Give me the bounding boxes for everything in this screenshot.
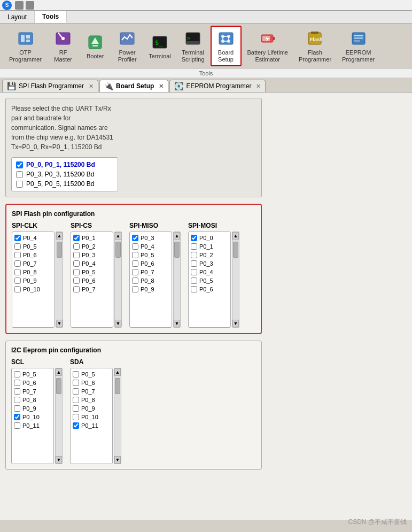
i2c-sda-pin-0[interactable]: P0_5 <box>72 370 111 379</box>
spi-miso-cb-1[interactable] <box>132 243 138 250</box>
i2c-scl-scroll-up[interactable]: ▲ <box>56 368 62 376</box>
tab-spi-flash[interactable]: 💾 SPI Flash Programmer ✕ <box>2 80 98 92</box>
spi-clk-pin-1[interactable]: P0_5 <box>14 242 52 251</box>
i2c-sda-cb-5[interactable] <box>73 414 79 420</box>
spi-miso-pin-5[interactable]: P0_8 <box>131 276 170 285</box>
spi-mosi-cb-5[interactable] <box>191 277 197 284</box>
menu-tab-tools[interactable]: Tools <box>35 11 67 23</box>
i2c-scl-cb-2[interactable] <box>14 388 20 395</box>
spi-clk-cb-3[interactable] <box>14 260 21 267</box>
i2c-sda-pin-3[interactable]: P0_8 <box>72 396 111 404</box>
spi-cs-cb-2[interactable] <box>73 252 80 258</box>
toolbar-terminal[interactable]: $_ Terminal <box>144 30 176 63</box>
spi-mosi-pin-0[interactable]: P0_0 <box>190 234 229 242</box>
i2c-scl-pin-3[interactable]: P0_8 <box>13 396 52 404</box>
spi-mosi-cb-1[interactable] <box>191 243 197 250</box>
toolbar-board-setup[interactable]: Board Setup <box>211 26 242 66</box>
spi-mosi-cb-2[interactable] <box>191 252 197 258</box>
toolbar-booter[interactable]: Booter <box>80 30 111 63</box>
spi-clk-cb-1[interactable] <box>14 243 21 250</box>
i2c-sda-cb-1[interactable] <box>73 380 79 386</box>
i2c-scl-pin-2[interactable]: P0_7 <box>13 387 52 396</box>
uart-checkbox-0[interactable] <box>16 161 23 168</box>
spi-mosi-list[interactable]: P0_0 P0_1 P0_2 P0_3 <box>188 232 231 328</box>
spi-clk-cb-4[interactable] <box>14 269 21 275</box>
spi-cs-cb-6[interactable] <box>73 286 80 292</box>
uart-checkbox-1[interactable] <box>16 171 23 178</box>
i2c-scl-pin-1[interactable]: P0_6 <box>13 379 52 387</box>
i2c-sda-list[interactable]: P0_5 P0_6 P0_7 P0_8 <box>70 368 113 464</box>
spi-miso-pin-1[interactable]: P0_4 <box>131 242 170 251</box>
i2c-sda-cb-2[interactable] <box>73 388 79 395</box>
spi-mosi-pin-6[interactable]: P0_6 <box>190 285 229 294</box>
spi-mosi-pin-4[interactable]: P0_4 <box>190 268 229 276</box>
spi-clk-scrollbar[interactable]: ▲ ▼ <box>56 232 63 328</box>
i2c-sda-scroll-thumb[interactable] <box>115 378 120 394</box>
spi-clk-list[interactable]: P0_4 P0_5 P0_6 P0_7 <box>12 232 55 328</box>
i2c-scl-cb-5[interactable] <box>14 414 20 420</box>
spi-mosi-pin-5[interactable]: P0_5 <box>190 276 229 285</box>
spi-miso-scrollbar[interactable]: ▲ ▼ <box>173 232 181 328</box>
spi-miso-scroll-thumb[interactable] <box>174 242 180 258</box>
spi-clk-pin-4[interactable]: P0_8 <box>14 268 52 276</box>
toolbar-terminal-scripting[interactable]: >_ Terminal Scripting <box>177 26 209 66</box>
spi-mosi-scroll-down[interactable]: ▼ <box>232 320 239 327</box>
i2c-scl-cb-0[interactable] <box>14 371 20 377</box>
spi-miso-list[interactable]: P0_3 P0_4 P0_5 P0_6 <box>129 232 172 328</box>
i2c-scl-list[interactable]: P0_5 P0_6 P0_7 P0_8 <box>11 368 54 464</box>
spi-miso-scroll-down[interactable]: ▼ <box>174 320 180 327</box>
i2c-scl-cb-3[interactable] <box>14 397 20 403</box>
i2c-scl-cb-1[interactable] <box>14 380 20 386</box>
toolbar-rf-master[interactable]: RF Master <box>48 26 79 66</box>
spi-mosi-cb-3[interactable] <box>191 260 197 267</box>
i2c-scl-pin-4[interactable]: P0_9 <box>13 404 52 413</box>
spi-clk-cb-5[interactable] <box>14 277 21 284</box>
spi-cs-list[interactable]: P0_1 P0_2 P0_3 P0_4 <box>71 232 113 328</box>
tab-eeprom[interactable]: 💽 EEPROM Programmer ✕ <box>169 80 266 92</box>
i2c-sda-pin-2[interactable]: P0_7 <box>72 387 111 396</box>
toolbar-otp-programmer[interactable]: OTP Programmer <box>4 26 46 66</box>
spi-clk-pin-5[interactable]: P0_9 <box>14 276 52 285</box>
spi-mosi-scrollbar[interactable]: ▲ ▼ <box>232 232 239 328</box>
spi-miso-pin-0[interactable]: P0_3 <box>131 234 170 242</box>
uart-option-1[interactable]: P0_3, P0_3, 115200 Bd <box>16 169 113 179</box>
i2c-scl-scroll-down[interactable]: ▼ <box>56 456 62 464</box>
spi-clk-pin-3[interactable]: P0_7 <box>14 259 52 268</box>
spi-cs-cb-3[interactable] <box>73 260 80 267</box>
uart-option-2[interactable]: P0_5, P0_5, 115200 Bd <box>16 179 113 189</box>
i2c-scl-pin-0[interactable]: P0_5 <box>13 370 52 379</box>
spi-cs-pin-1[interactable]: P0_2 <box>73 242 111 251</box>
spi-clk-cb-2[interactable] <box>14 252 21 258</box>
spi-mosi-pin-1[interactable]: P0_1 <box>190 242 229 251</box>
spi-clk-cb-0[interactable] <box>14 235 21 241</box>
spi-cs-cb-4[interactable] <box>73 269 80 275</box>
spi-miso-cb-4[interactable] <box>132 269 138 275</box>
eeprom-close[interactable]: ✕ <box>256 83 261 90</box>
i2c-sda-cb-0[interactable] <box>73 371 79 377</box>
toolbar-eeprom[interactable]: EEPROM Programmer <box>337 26 379 66</box>
i2c-scl-scroll-thumb[interactable] <box>56 378 61 394</box>
spi-cs-scroll-down[interactable]: ▼ <box>115 320 121 327</box>
spi-clk-scroll-up[interactable]: ▲ <box>56 232 63 240</box>
spi-cs-pin-0[interactable]: P0_1 <box>73 234 111 242</box>
spi-cs-pin-2[interactable]: P0_3 <box>73 251 111 259</box>
spi-cs-cb-5[interactable] <box>73 277 80 284</box>
spi-clk-scroll-down[interactable]: ▼ <box>56 320 63 327</box>
spi-cs-pin-6[interactable]: P0_7 <box>73 285 111 294</box>
spi-mosi-cb-6[interactable] <box>191 286 197 292</box>
i2c-sda-pin-1[interactable]: P0_6 <box>72 379 111 387</box>
spi-mosi-pin-3[interactable]: P0_3 <box>190 259 229 268</box>
spi-miso-pin-2[interactable]: P0_5 <box>131 251 170 259</box>
spi-clk-pin-0[interactable]: P0_4 <box>14 234 52 242</box>
i2c-sda-scroll-down[interactable]: ▼ <box>114 456 121 464</box>
uart-checkbox-2[interactable] <box>16 181 23 188</box>
spi-cs-scroll-up[interactable]: ▲ <box>115 232 121 240</box>
i2c-sda-cb-4[interactable] <box>73 405 79 412</box>
spi-cs-scroll-thumb[interactable] <box>115 242 121 258</box>
spi-clk-cb-6[interactable] <box>14 286 21 292</box>
spi-miso-cb-6[interactable] <box>132 286 138 292</box>
i2c-sda-cb-3[interactable] <box>73 397 79 403</box>
spi-miso-cb-3[interactable] <box>132 260 138 267</box>
toolbar-flash-programmer[interactable]: Flash Flash Programmer <box>294 26 336 66</box>
spi-clk-pin-2[interactable]: P0_6 <box>14 251 52 259</box>
